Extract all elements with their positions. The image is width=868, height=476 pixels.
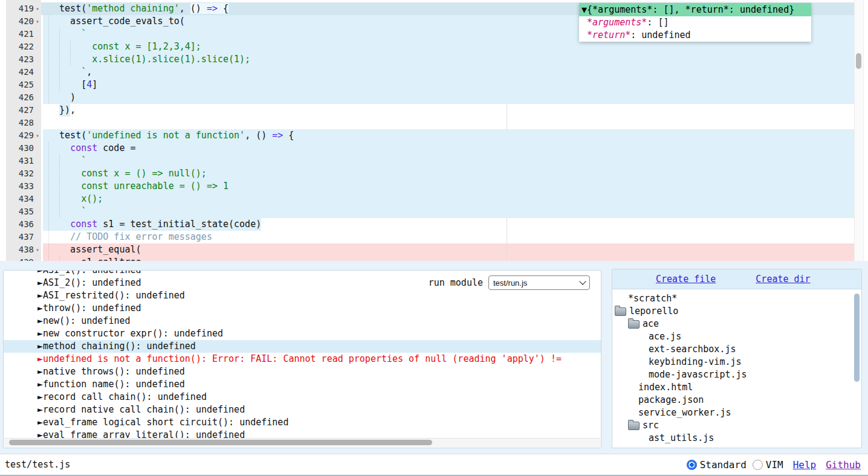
code-line-content[interactable]: // TODO fix error messages	[41, 231, 855, 243]
call-result-item[interactable]: ►eval_frame logical short circuit(): und…	[4, 416, 601, 429]
code-line-content[interactable]: x();	[41, 193, 855, 205]
line-number[interactable]: 419▾	[6, 2, 41, 15]
code-line[interactable]: 427 }),	[6, 104, 855, 117]
line-number[interactable]: 420▾	[6, 15, 41, 28]
call-result-item[interactable]: ►new constructor expr(): undefined	[4, 327, 601, 340]
tree-file-index-html[interactable]: index.html	[612, 381, 861, 394]
line-number[interactable]: 424	[6, 66, 41, 79]
code-line[interactable]: 439 s1.calltree	[6, 256, 855, 261]
call-result-item[interactable]: ►function name(): undefined	[4, 378, 601, 391]
code-line-content[interactable]: `	[41, 155, 855, 167]
code-line[interactable]: 438▾ assert_equal(	[6, 243, 855, 256]
call-result-item[interactable]: ►undefined is not a function(): Error: F…	[4, 353, 601, 365]
line-number[interactable]: 432	[6, 167, 41, 180]
line-number[interactable]: 437	[6, 231, 41, 243]
code-editor[interactable]: 419▾ test('method chaining', () => {420▾…	[0, 0, 868, 261]
line-number[interactable]: 436	[6, 218, 41, 231]
scrollbar-thumb[interactable]	[856, 53, 861, 69]
github-link[interactable]: Github	[826, 459, 861, 471]
fold-arrow-icon[interactable]: ▾	[34, 15, 41, 28]
code-line[interactable]: 430 const code =	[6, 142, 855, 155]
tree-file-package-json[interactable]: package.json	[612, 394, 861, 407]
code-line-content[interactable]: const s1 = test_initial_state(code)	[41, 218, 855, 231]
tree-file-ast-utils-js[interactable]: ast_utils.js	[612, 432, 861, 445]
call-result-item[interactable]: ►new(): undefined	[4, 315, 601, 327]
code-line-content[interactable]	[41, 117, 855, 129]
call-result-item[interactable]: ►record call chain(): undefined	[4, 391, 601, 404]
code-line[interactable]: 436 const s1 = test_initial_state(code)	[6, 218, 855, 231]
create-file-link[interactable]: Create file	[656, 274, 716, 285]
code-line-content[interactable]: const x = [1,2,3,4];	[41, 40, 855, 53]
call-result-item[interactable]: ►native throws(): undefined	[4, 365, 601, 378]
code-line-content[interactable]: assert_equal(	[41, 243, 855, 256]
code-line[interactable]: 428	[6, 117, 855, 129]
code-line-content[interactable]: `,	[41, 66, 855, 79]
keybinding-option-standard[interactable]: Standard	[687, 459, 747, 471]
code-line[interactable]: 435 `	[6, 205, 855, 218]
scrollbar-thumb[interactable]	[9, 440, 432, 445]
code-line-content[interactable]: const code =	[41, 142, 855, 155]
tree-file--scratch-[interactable]: *scratch*	[612, 292, 861, 305]
call-result-item[interactable]: ►throw(): undefined	[4, 302, 601, 315]
line-number[interactable]: 435	[6, 205, 41, 218]
fold-arrow-icon[interactable]: ▾	[34, 2, 41, 15]
tree-file-ext-searchbox-js[interactable]: ext-searchbox.js	[612, 343, 861, 356]
line-number[interactable]: 428	[6, 117, 41, 129]
line-number[interactable]: 438▾	[6, 243, 41, 256]
call-result-item[interactable]: ►ASI_restrited(): undefined	[4, 289, 601, 302]
code-line[interactable]: 434 x();	[6, 193, 855, 205]
line-number[interactable]: 425	[6, 79, 41, 91]
results-horizontal-scrollbar[interactable]	[4, 438, 600, 447]
code-line[interactable]: 429▾ test('undefined is not a function',…	[6, 129, 855, 142]
value-inspector-row[interactable]: *arguments*: []	[579, 16, 811, 29]
code-line-content[interactable]: [4]	[41, 79, 855, 91]
code-line[interactable]: 422 const x = [1,2,3,4];	[6, 40, 855, 53]
tree-file-ace-js[interactable]: ace.js	[612, 330, 861, 343]
code-line-content[interactable]: x.slice(1).slice(1).slice(1);	[41, 53, 855, 66]
line-number[interactable]: 433	[6, 180, 41, 193]
line-number[interactable]: 429▾	[6, 129, 41, 142]
tree-file-service-worker-js[interactable]: service_worker.js	[612, 407, 861, 419]
tree-folder-leporello[interactable]: leporello	[612, 305, 861, 318]
code-line[interactable]: 426 )	[6, 91, 855, 104]
line-number[interactable]: 434	[6, 193, 41, 205]
keybinding-option-vim[interactable]: VIM	[753, 459, 783, 471]
call-result-item[interactable]: ►method chaining(): undefined	[4, 340, 601, 353]
line-number[interactable]: 430	[6, 142, 41, 155]
code-line[interactable]: 433 const unreachable = () => 1	[6, 180, 855, 193]
line-number[interactable]: 431	[6, 155, 41, 167]
code-line[interactable]: 437 // TODO fix error messages	[6, 231, 855, 243]
code-line[interactable]: 424 `,	[6, 66, 855, 79]
radio-standard[interactable]	[687, 460, 697, 470]
code-line[interactable]: 425 [4]	[6, 79, 855, 91]
value-inspector-row[interactable]: *return*: undefined	[579, 29, 811, 42]
line-number[interactable]: 421	[6, 28, 41, 40]
tree-folder-src[interactable]: src	[612, 419, 861, 432]
line-number[interactable]: 439	[6, 256, 41, 261]
line-number[interactable]: 422	[6, 40, 41, 53]
code-line[interactable]: 423 x.slice(1).slice(1).slice(1);	[6, 53, 855, 66]
fold-arrow-icon[interactable]: ▾	[34, 129, 41, 142]
run-module-select[interactable]: test/run.js	[488, 275, 590, 290]
code-line-content[interactable]: s1.calltree	[41, 256, 855, 261]
code-line-content[interactable]: test('undefined is not a function', () =…	[41, 129, 855, 142]
code-line-content[interactable]: const x = () => null();	[41, 167, 855, 180]
code-line-content[interactable]: }),	[41, 104, 855, 117]
code-line[interactable]: 432 const x = () => null();	[6, 167, 855, 180]
editor-vertical-scrollbar[interactable]	[854, 0, 864, 261]
tree-folder-ace[interactable]: ace	[612, 318, 861, 330]
code-line-content[interactable]: const unreachable = () => 1	[41, 180, 855, 193]
tree-file-keybinding-vim-js[interactable]: keybinding-vim.js	[612, 356, 861, 368]
code-line[interactable]: 431 `	[6, 155, 855, 167]
code-line-content[interactable]: `	[41, 205, 855, 218]
line-number[interactable]: 427	[6, 104, 41, 117]
files-vertical-scrollbar[interactable]	[853, 290, 860, 446]
create-dir-link[interactable]: Create dir	[756, 274, 810, 285]
radio-vim[interactable]	[753, 460, 763, 470]
help-link[interactable]: Help	[793, 459, 817, 471]
line-number[interactable]: 423	[6, 53, 41, 66]
call-result-item[interactable]: ►record native call chain(): undefined	[4, 404, 601, 416]
fold-arrow-icon[interactable]: ▾	[34, 243, 41, 256]
code-line-content[interactable]: )	[41, 91, 855, 104]
value-inspector-header[interactable]: ▼{*arguments*: [], *return*: undefined}	[579, 3, 811, 16]
